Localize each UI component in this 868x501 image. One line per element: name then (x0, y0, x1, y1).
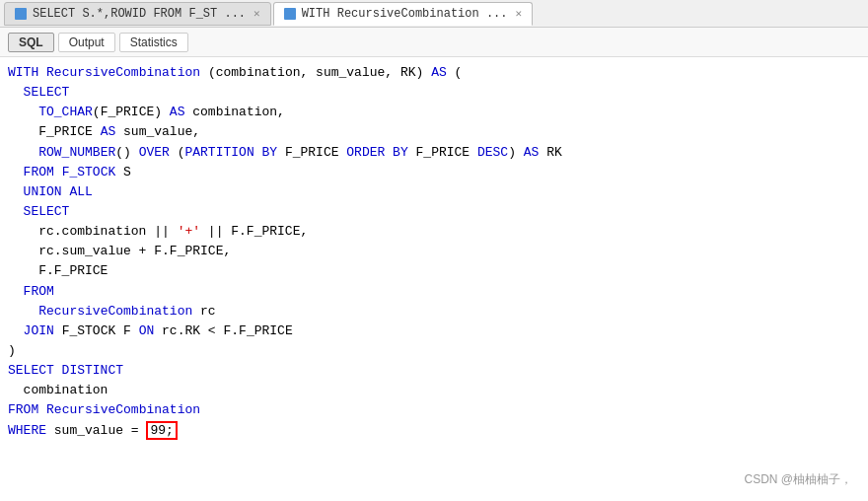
code-line-1: WITH RecursiveCombination (combination, … (8, 63, 860, 83)
tab-2-label: WITH RecursiveCombination ... (302, 7, 508, 21)
tab-2-close[interactable]: ✕ (516, 7, 523, 20)
db-icon-2 (284, 8, 296, 20)
tab-1-close[interactable]: ✕ (253, 7, 260, 20)
code-line-4: F_PRICE AS sum_value, (8, 122, 860, 142)
code-line-12: FROM (8, 282, 860, 302)
code-line-9: rc.combination || '+' || F.F_PRICE, (8, 222, 860, 242)
sql-button[interactable]: SQL (8, 33, 54, 52)
code-line-13: RecursiveCombination rc (8, 302, 860, 322)
statistics-button[interactable]: Statistics (119, 33, 188, 52)
code-line-17: combination (8, 381, 860, 400)
watermark: CSDN @柚柚柚子， (744, 470, 852, 489)
code-line-10: rc.sum_value + F.F_PRICE, (8, 242, 860, 261)
db-icon-1 (15, 8, 27, 20)
tab-1-label: SELECT S.*,ROWID FROM F_ST ... (33, 7, 246, 21)
code-line-15: ) (8, 341, 860, 361)
code-line-2: SELECT (8, 83, 860, 103)
code-line-16: SELECT DISTINCT (8, 361, 860, 381)
code-line-19: WHERE sum_value = 99; (8, 421, 860, 441)
code-line-5: ROW_NUMBER() OVER (PARTITION BY F_PRICE … (8, 143, 860, 163)
tab-1[interactable]: SELECT S.*,ROWID FROM F_ST ... ✕ (4, 2, 271, 26)
code-line-3: TO_CHAR(F_PRICE) AS combination, (8, 103, 860, 122)
tab-bar: SELECT S.*,ROWID FROM F_ST ... ✕ WITH Re… (0, 0, 868, 28)
code-line-18: FROM RecursiveCombination (8, 400, 860, 420)
code-editor[interactable]: WITH RecursiveCombination (combination, … (0, 57, 868, 501)
highlighted-value: 99; (146, 421, 177, 440)
code-line-14: JOIN F_STOCK F ON rc.RK < F.F_PRICE (8, 322, 860, 341)
code-line-7: UNION ALL (8, 182, 860, 202)
output-button[interactable]: Output (58, 33, 115, 52)
code-line-11: F.F_PRICE (8, 261, 860, 281)
toolbar: SQL Output Statistics (0, 28, 868, 57)
code-line-8: SELECT (8, 202, 860, 222)
tab-2[interactable]: WITH RecursiveCombination ... ✕ (273, 2, 533, 26)
code-line-6: FROM F_STOCK S (8, 163, 860, 182)
